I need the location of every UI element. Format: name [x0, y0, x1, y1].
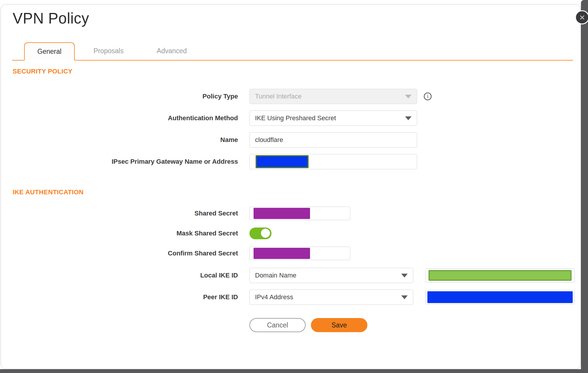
local-ike-id-row: Local IKE ID Domain Name	[1, 268, 581, 283]
chevron-down-icon	[401, 274, 408, 277]
page-backdrop-bottom	[0, 369, 588, 373]
policy-type-row: Policy Type Tunnel Interface i	[1, 89, 581, 104]
vpn-policy-dialog: VPN Policy General Proposals Advanced SE…	[1, 4, 581, 369]
page-backdrop-right	[581, 0, 588, 373]
chevron-down-icon	[401, 295, 408, 299]
redacted-confirm-shared-secret-value	[254, 248, 310, 259]
close-button[interactable]: ×	[575, 10, 588, 24]
toggle-knob	[261, 229, 270, 238]
redacted-shared-secret-value	[254, 208, 310, 219]
authentication-method-row: Authentication Method IKE Using Preshare…	[1, 111, 581, 126]
screen: VPN Policy General Proposals Advanced SE…	[0, 0, 588, 373]
chevron-down-icon	[405, 95, 412, 98]
cancel-button[interactable]: Cancel	[249, 318, 306, 332]
chevron-down-icon	[405, 116, 412, 120]
authentication-method-label: Authentication Method	[1, 114, 238, 122]
redacted-local-ike-id-value	[429, 270, 572, 281]
peer-ike-id-label: Peer IKE ID	[1, 293, 238, 301]
gateway-input[interactable]	[249, 154, 417, 169]
peer-ike-id-value-input[interactable]	[425, 290, 575, 304]
close-icon: ×	[579, 12, 585, 23]
dialog-title: VPN Policy	[13, 9, 581, 28]
authentication-method-value: IKE Using Preshared Secret	[255, 114, 336, 122]
policy-type-label: Policy Type	[1, 93, 238, 100]
shared-secret-row: Shared Secret	[1, 207, 581, 220]
security-policy-form: Policy Type Tunnel Interface i Authentic…	[1, 89, 581, 169]
info-icon[interactable]: i	[424, 93, 432, 100]
local-ike-id-type-value: Domain Name	[255, 272, 297, 279]
tab-proposals[interactable]: Proposals	[84, 42, 134, 60]
tab-advanced[interactable]: Advanced	[147, 42, 197, 60]
gateway-label: IPsec Primary Gateway Name or Address	[1, 158, 238, 165]
authentication-method-select[interactable]: IKE Using Preshared Secret	[249, 111, 417, 126]
info-icon-glyph: i	[427, 93, 429, 99]
peer-ike-id-select[interactable]: IPv4 Address	[249, 290, 413, 305]
tab-bar: General Proposals Advanced	[12, 42, 573, 61]
local-ike-id-value-input[interactable]	[425, 268, 575, 282]
peer-ike-id-type-value: IPv4 Address	[255, 293, 293, 301]
mask-shared-secret-row: Mask Shared Secret	[1, 228, 581, 239]
local-ike-id-label: Local IKE ID	[1, 272, 238, 279]
policy-type-select: Tunnel Interface	[249, 89, 417, 104]
mask-shared-secret-toggle[interactable]	[249, 228, 271, 239]
name-input[interactable]: cloudflare	[249, 132, 417, 148]
section-heading-security-policy: SECURITY POLICY	[13, 68, 581, 75]
save-button[interactable]: Save	[311, 318, 367, 332]
redacted-gateway-value	[256, 155, 309, 168]
mask-shared-secret-label: Mask Shared Secret	[1, 230, 238, 237]
policy-type-value: Tunnel Interface	[255, 93, 302, 100]
name-label: Name	[1, 136, 238, 144]
confirm-shared-secret-label: Confirm Shared Secret	[1, 250, 238, 257]
peer-ike-id-row: Peer IKE ID IPv4 Address	[1, 290, 581, 305]
name-row: Name cloudflare	[1, 132, 581, 148]
redacted-peer-ike-id-value	[427, 291, 573, 303]
ike-authentication-form: Shared Secret Mask Shared Secret Confirm…	[1, 207, 581, 305]
gateway-row: IPsec Primary Gateway Name or Address	[1, 154, 581, 169]
confirm-shared-secret-input[interactable]	[249, 247, 350, 260]
shared-secret-input[interactable]	[249, 207, 350, 220]
confirm-shared-secret-row: Confirm Shared Secret	[1, 247, 581, 260]
section-heading-ike-authentication: IKE AUTHENTICATION	[13, 188, 581, 196]
dialog-footer: Cancel Save	[249, 318, 581, 332]
name-value: cloudflare	[255, 136, 283, 144]
local-ike-id-select[interactable]: Domain Name	[249, 268, 413, 283]
shared-secret-label: Shared Secret	[1, 210, 238, 217]
tab-general[interactable]: General	[24, 42, 75, 61]
